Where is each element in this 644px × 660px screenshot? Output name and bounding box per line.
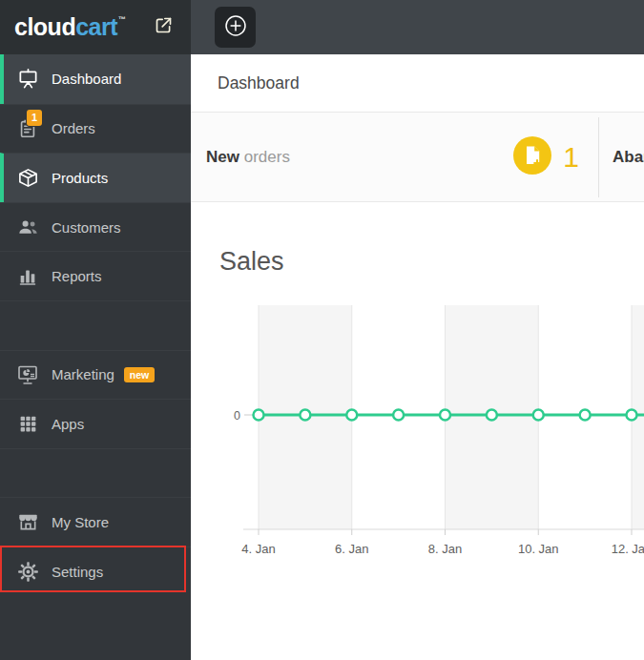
sidebar-item-label: Products [52,170,108,186]
abandoned-card[interactable]: Aban [599,113,644,201]
x-tick-label: 6. Jan [335,542,368,556]
data-point-marker [627,410,637,421]
sidebar-item-my-store[interactable]: My Store [0,497,191,547]
x-tick-label: 12. Jan [612,542,644,556]
sidebar-item-reports[interactable]: Reports [0,251,191,300]
page-title: Dashboard [218,73,300,93]
x-tick-label: 10. Jan [518,542,559,556]
sidebar-item-label: My Store [52,514,109,530]
sidebar-header: cloudcart™ [0,0,191,54]
reports-icon [16,265,39,288]
main-content: Dashboard New orders [191,54,644,660]
logo-text-cart: cart [75,13,117,40]
sidebar-item-marketing[interactable]: Marketingnew [0,350,191,400]
sidebar-item-dashboard[interactable]: Dashboard [0,54,191,104]
sidebar-item-label: Dashboard [52,71,121,87]
external-link-button[interactable] [151,15,176,40]
data-point-marker [580,410,591,421]
sidebar-item-products[interactable]: Products [0,153,191,202]
sidebar-nav: Dashboard1OrdersProductsCustomersReports… [0,54,191,596]
sidebar-item-label: Customers [52,219,121,236]
app-logo: cloudcart™ [14,13,126,41]
sidebar-item-label: Marketing [52,366,114,382]
new-feature-badge: new [124,367,155,383]
sidebar-item-customers[interactable]: Customers [0,202,191,252]
stats-strip: New orders 1 [191,112,644,202]
sidebar-spacer [0,448,191,498]
sidebar-item-label: Orders [52,120,95,136]
data-point-marker [346,410,357,421]
orders-count-badge: 1 [27,110,42,126]
sidebar-item-apps[interactable]: Apps [0,399,191,448]
sidebar-item-label: Reports [52,268,102,284]
sidebar-item-label: Settings [52,564,103,580]
abandoned-label: Aban [613,148,644,167]
store-icon [16,511,39,534]
new-orders-value: 1 [513,136,579,178]
new-orders-card[interactable]: New orders 1 [191,113,598,201]
customers-icon [16,216,39,238]
new-orders-count: 1 [563,141,579,174]
plus-circle-icon [223,13,248,42]
x-tick-label: 4. Jan [241,542,275,556]
marketing-icon [16,363,39,386]
app-window: cloudcart™ Dashboard1OrdersProductsCusto… [0,0,644,660]
orders-icon: 1 [16,117,39,140]
data-point-marker [440,410,450,421]
sidebar-item-label: Apps [52,416,84,432]
sales-chart: 4. Jan6. Jan8. Jan10. Jan12. Jan0 [191,289,644,575]
sidebar-item-settings[interactable]: Settings [0,547,191,596]
sidebar-item-orders[interactable]: 1Orders [0,104,191,154]
x-tick-label: 8. Jan [428,542,462,556]
new-order-document-icon [513,136,551,178]
sales-chart-title: Sales [219,246,644,277]
data-point-marker [393,410,404,421]
y-tick-label: 0 [234,409,240,423]
data-point-marker [254,410,264,421]
breadcrumb-row: Dashboard [191,54,644,112]
logo-text-cloud: cloud [14,13,75,40]
sidebar: cloudcart™ Dashboard1OrdersProductsCusto… [0,0,191,660]
data-point-marker [533,410,544,421]
data-point-marker [487,410,497,421]
new-orders-label: New orders [206,148,513,167]
create-new-button[interactable] [215,7,256,48]
settings-icon [16,560,39,583]
external-link-icon [154,15,174,39]
sidebar-spacer [0,300,191,350]
dashboard-icon [16,68,39,91]
data-point-marker [300,410,310,421]
topbar [191,0,644,54]
products-icon [16,166,39,189]
apps-icon [16,412,39,435]
trademark-symbol: ™ [118,15,126,24]
